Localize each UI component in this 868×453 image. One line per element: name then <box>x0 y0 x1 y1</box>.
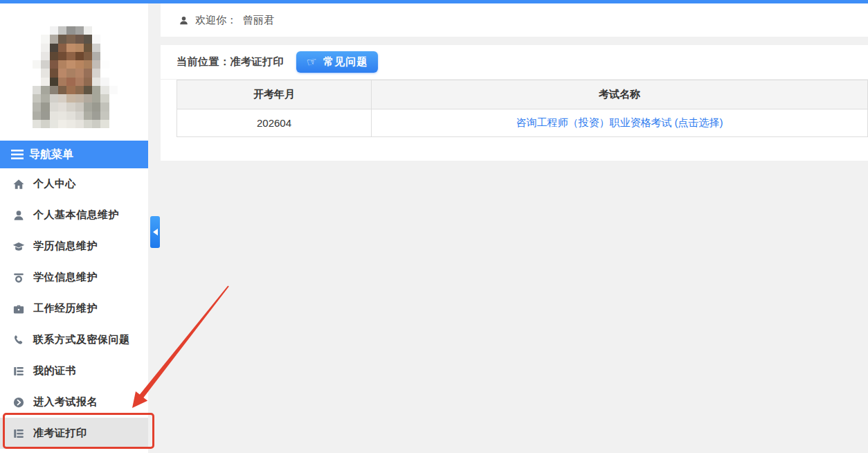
sidebar-item-personal-center[interactable]: 个人中心 <box>0 168 148 199</box>
page: 导航菜单 个人中心 个人基本信息维护 学历信息维护 <box>0 0 868 453</box>
sidebar-item-education-info[interactable]: 学历信息维护 <box>0 231 148 262</box>
column-header-exam-month: 开考年月 <box>177 80 372 109</box>
briefcase-icon <box>12 303 25 315</box>
user-icon <box>12 209 25 222</box>
sidebar-item-basic-info[interactable]: 个人基本信息维护 <box>0 199 148 231</box>
user-icon <box>179 15 189 26</box>
exam-month-cell: 202604 <box>177 109 372 137</box>
table-header-row: 开考年月 考试名称 <box>177 80 868 109</box>
sidebar-item-label: 进入考试报名 <box>33 396 98 409</box>
nav-menu-header-label: 导航菜单 <box>29 148 73 162</box>
breadcrumb-row: 当前位置：准考证打印 ☞ 常见问题 <box>161 45 868 80</box>
collapse-left-icon <box>153 229 158 236</box>
certificate-icon <box>12 365 25 378</box>
pointing-hand-icon: ☞ <box>305 55 318 69</box>
sidebar-item-enter-registration[interactable]: 进入考试报名 <box>0 387 148 418</box>
nav-menu-header[interactable]: 导航菜单 <box>0 141 148 168</box>
sidebar-item-label: 准考证打印 <box>33 427 87 440</box>
sidebar: 导航菜单 个人中心 个人基本信息维护 学历信息维护 <box>0 3 148 453</box>
faq-button[interactable]: ☞ 常见问题 <box>296 51 378 73</box>
nav-items: 个人中心 个人基本信息维护 学历信息维护 学位信息维护 <box>0 168 148 449</box>
sidebar-item-label: 工作经历维护 <box>33 302 98 315</box>
sidebar-item-label: 学历信息维护 <box>33 240 98 253</box>
sidebar-item-print-admission-ticket[interactable]: 准考证打印 <box>0 418 148 449</box>
table-row: 202604 咨询工程师（投资）职业资格考试 (点击选择) <box>177 109 868 137</box>
certificate-icon <box>12 427 25 440</box>
home-icon <box>12 178 25 190</box>
sidebar-item-degree-info[interactable]: 学位信息维护 <box>0 262 148 293</box>
exam-name-cell: 咨询工程师（投资）职业资格考试 (点击选择) <box>372 109 868 137</box>
sidebar-collapse-button[interactable] <box>150 216 160 248</box>
circle-arrow-icon <box>12 396 25 409</box>
sidebar-item-label: 个人基本信息维护 <box>33 208 119 222</box>
sidebar-item-label: 个人中心 <box>33 177 76 190</box>
sidebar-item-work-history[interactable]: 工作经历维护 <box>0 293 148 324</box>
user-photo <box>33 26 118 128</box>
sidebar-item-label: 学位信息维护 <box>33 271 98 284</box>
exam-table: 开考年月 考试名称 202604 咨询工程师（投资）职业资格考试 (点击选择) <box>177 80 868 137</box>
degree-seal-icon <box>12 272 25 284</box>
exam-select-link[interactable]: 咨询工程师（投资）职业资格考试 (点击选择) <box>516 116 723 128</box>
content-panel: 当前位置：准考证打印 ☞ 常见问题 开考年月 考试名称 202604 咨询工程师… <box>161 45 868 161</box>
graduation-cap-icon <box>12 240 25 253</box>
breadcrumb: 当前位置：准考证打印 <box>177 55 284 69</box>
sidebar-item-label: 我的证书 <box>33 364 76 378</box>
phone-icon <box>12 334 25 346</box>
sidebar-item-my-certificates[interactable]: 我的证书 <box>0 355 148 387</box>
welcome-bar: 欢迎你： 曾丽君 <box>161 3 868 37</box>
welcome-label: 欢迎你： <box>195 14 237 27</box>
sidebar-item-contact-security[interactable]: 联系方式及密保问题 <box>0 324 148 355</box>
welcome-username: 曾丽君 <box>243 14 274 27</box>
column-header-exam-name: 考试名称 <box>372 80 868 109</box>
hamburger-menu-icon <box>11 150 24 159</box>
faq-button-label: 常见问题 <box>323 55 368 69</box>
sidebar-item-label: 联系方式及密保问题 <box>33 333 130 346</box>
